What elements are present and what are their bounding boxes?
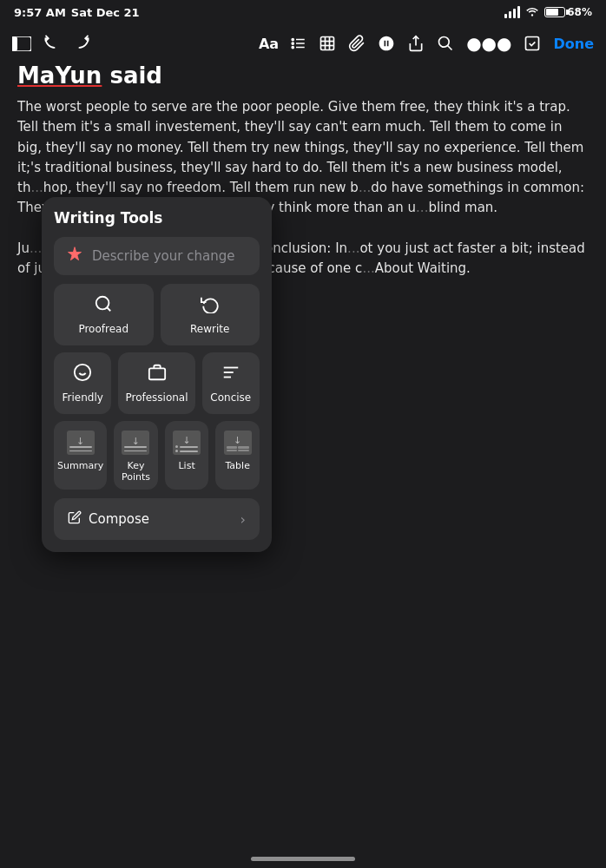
proofread-icon: [94, 294, 113, 318]
compose-chevron-icon: ›: [240, 511, 246, 528]
battery-percent: 68%: [567, 6, 592, 18]
svg-point-5: [292, 38, 293, 40]
compose-label: Compose: [89, 511, 149, 527]
svg-point-6: [292, 43, 293, 44]
table-icon[interactable]: [319, 35, 336, 52]
key-points-button[interactable]: ↓ KeyPoints: [114, 421, 158, 490]
concise-label: Concise: [210, 391, 251, 404]
svg-rect-16: [526, 37, 539, 50]
sidebar-toggle-icon[interactable]: [12, 36, 31, 51]
editor-toolbar: Aa: [0, 24, 606, 62]
font-icon[interactable]: Aa: [259, 36, 279, 52]
friendly-button[interactable]: Friendly: [54, 352, 111, 414]
proofread-label: Proofread: [78, 323, 128, 335]
svg-rect-8: [321, 37, 334, 50]
format-row: ↓ Summary ↓ KeyPoints: [54, 421, 260, 490]
wifi-icon: [525, 6, 539, 19]
popup-title: Writing Tools: [54, 209, 260, 227]
list-icon: ↓: [169, 430, 204, 456]
professional-icon: [148, 363, 167, 386]
professional-button[interactable]: Professional: [118, 352, 194, 414]
redo-icon[interactable]: [73, 35, 90, 52]
summary-label: Summary: [57, 460, 103, 471]
more-options-icon[interactable]: ●●●: [466, 33, 511, 54]
list-label: List: [178, 460, 194, 471]
svg-line-18: [108, 307, 111, 311]
proofread-button[interactable]: Proofread: [54, 284, 154, 345]
svg-rect-1: [12, 36, 17, 51]
writing-tools-popup: Writing Tools Describe your change Proof…: [42, 197, 272, 552]
undo-icon[interactable]: [43, 35, 61, 52]
share-icon[interactable]: [407, 35, 425, 52]
done-button[interactable]: Done: [553, 36, 594, 52]
key-points-label: KeyPoints: [122, 460, 150, 483]
professional-label: Professional: [125, 391, 188, 404]
compose-pencil-icon: [68, 510, 82, 528]
svg-rect-22: [148, 368, 164, 379]
rewrite-icon: [201, 294, 220, 318]
concise-icon: [221, 363, 240, 386]
time: 9:57 AM: [14, 6, 66, 19]
home-indicator: [251, 857, 355, 861]
search-icon[interactable]: [437, 35, 454, 52]
format-list-icon[interactable]: [291, 36, 306, 51]
svg-point-17: [96, 297, 109, 310]
key-points-icon: ↓: [118, 430, 153, 456]
friendly-icon: [73, 363, 92, 386]
signal-icon: [504, 6, 520, 18]
svg-line-15: [448, 46, 452, 50]
compose-button[interactable]: Compose ›: [54, 498, 260, 540]
document-title: MaYun said: [17, 62, 589, 89]
describe-placeholder[interactable]: Describe your change: [92, 248, 234, 264]
tools-row-tone: Friendly Professional: [54, 352, 260, 414]
svg-point-14: [439, 37, 450, 48]
markup-icon[interactable]: [524, 35, 541, 52]
date: Sat Dec 21: [71, 6, 140, 19]
content-area: MaYun said The worst people to serve are…: [0, 62, 606, 279]
friendly-label: Friendly: [63, 391, 103, 404]
table-button[interactable]: ↓ Table: [215, 421, 260, 490]
summary-icon: ↓: [63, 430, 98, 456]
tools-row-main: Proofread Rewrite: [54, 284, 260, 345]
table-label: Table: [225, 460, 249, 471]
attachment-icon[interactable]: [348, 35, 366, 52]
table-format-icon: ↓: [221, 430, 255, 456]
describe-input[interactable]: Describe your change: [54, 237, 260, 275]
list-button[interactable]: ↓ List: [165, 421, 209, 490]
svg-point-19: [75, 365, 90, 380]
rewrite-button[interactable]: Rewrite: [161, 284, 260, 345]
battery-indicator: 68%: [544, 6, 592, 18]
ai-sparkle-icon: [66, 246, 83, 266]
svg-point-7: [292, 46, 293, 48]
concise-button[interactable]: Concise: [202, 352, 260, 414]
status-bar: 9:57 AM Sat Dec 21 68%: [0, 0, 606, 24]
summary-button[interactable]: ↓ Summary: [54, 421, 107, 490]
apple-intelligence-icon[interactable]: [378, 35, 395, 52]
rewrite-label: Rewrite: [190, 323, 229, 335]
